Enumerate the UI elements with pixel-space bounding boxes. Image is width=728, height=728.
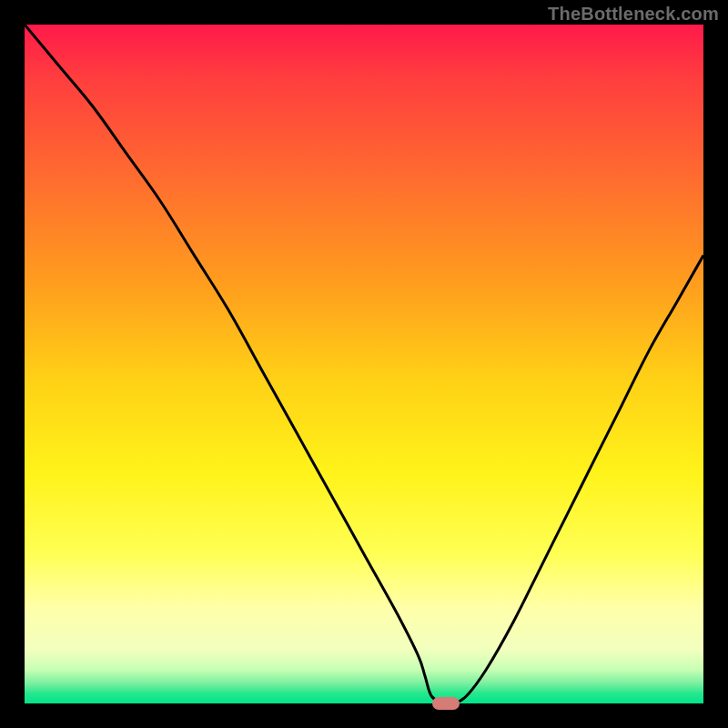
optimal-marker bbox=[432, 697, 460, 710]
watermark-text: TheBottleneck.com bbox=[548, 4, 719, 25]
chart-frame: TheBottleneck.com bbox=[0, 0, 728, 728]
bottleneck-curve bbox=[25, 25, 703, 703]
plot-area bbox=[25, 25, 703, 703]
curve-svg bbox=[25, 25, 703, 703]
